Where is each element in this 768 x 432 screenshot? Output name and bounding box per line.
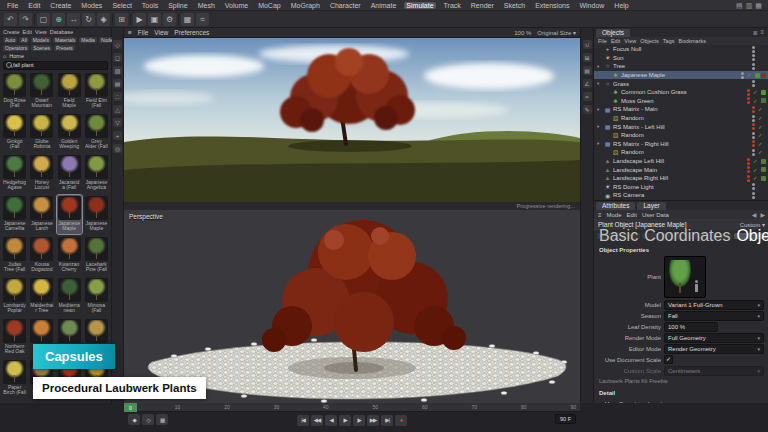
field-control[interactable]: Render Geometry ▾ [664,344,764,354]
visibility-dots[interactable] [752,115,755,122]
visibility-dots[interactable] [752,80,755,87]
visibility-dots[interactable] [752,54,755,61]
enable-checkmark[interactable]: ✓ [758,149,764,155]
menu-item[interactable]: Window [577,2,606,9]
asset-breadcrumb[interactable]: ⌂ Home [0,52,111,60]
redo-button[interactable]: ↷ [19,13,32,26]
menu-item[interactable]: Spline [166,2,189,9]
object-row[interactable]: ▾ ▦ RS Matrix - Left Hill ✓ [594,122,768,131]
menu-item[interactable]: MoGraph [289,2,322,9]
render-view-button[interactable]: ▶ [133,13,146,26]
visibility-dots[interactable] [741,72,744,79]
field-control[interactable]: Centimeters ▾ [664,366,764,376]
asset-item[interactable]: Japanese Camellia (Fall Plant) [2,195,27,234]
scale-tool[interactable]: ↔ [67,13,80,26]
asset-filter-chip[interactable]: Models [31,37,51,43]
layout-grid-icon[interactable]: ▦ [755,2,762,10]
asset-item[interactable]: Judas Tree (Fall Plant) [2,236,27,275]
edge-mode-icon[interactable]: △ [113,105,122,114]
enable-checkmark[interactable]: ✓ [758,132,764,138]
object-row[interactable]: ☀ Sun ✓ [594,54,768,63]
asset-browser-menu-item[interactable]: Create [3,29,20,35]
rotate-tool[interactable]: ↻ [82,13,95,26]
mode-menu-item[interactable]: Mode [607,212,622,218]
menu-item[interactable]: Track [442,2,463,9]
expand-arrow-icon[interactable]: ▾ [597,124,602,129]
visibility-dots[interactable] [752,192,755,199]
end-frame-field[interactable]: 90 F [555,414,576,424]
previous-key-button[interactable]: ◀◀ [311,415,323,426]
object-row[interactable]: ▾ ▦ RS Matrix - Right Hill ✓ [594,140,768,149]
asset-item[interactable]: Japanese Angelica Tree (Fall Plant) [84,154,109,193]
visibility-dots[interactable] [752,132,755,139]
viewport-solo-icon[interactable]: ◎ [113,144,122,153]
last-used-tool[interactable]: ◈ [97,13,110,26]
render-preview[interactable] [124,38,580,202]
undo-button[interactable]: ↶ [4,13,17,26]
object-row[interactable]: ▾ ○ Tree ✓ [594,62,768,71]
asset-item[interactable]: Hedgehog Agave (Fall Plant) [2,154,27,193]
field-control[interactable]: Full Geometry ▾ [664,333,764,343]
asset-filter-chip[interactable]: All [19,37,29,43]
asset-item[interactable]: Globe Robinia (Fall Plant) [29,113,54,152]
menu-item[interactable]: Volume [223,2,250,9]
enable-checkmark[interactable]: ✓ [758,115,764,121]
objects-menu-item[interactable]: Objects [640,38,659,44]
zoom-level[interactable]: 100 % [514,30,531,36]
attribute-tab[interactable]: Basic [597,233,640,239]
separator[interactable] [34,14,35,25]
object-row[interactable]: ⚄ Random ✓ [594,148,768,157]
object-row[interactable]: ♣ Japanese Maple ✓ [594,71,768,80]
render-view-menu-item[interactable]: File [138,29,148,36]
object-row[interactable]: ⚄ Random ✓ [594,114,768,123]
polygon-mode-icon[interactable]: ▽ [113,118,122,127]
visibility-dots[interactable] [752,46,755,53]
panel-menu-icon[interactable]: ≡ [128,29,132,36]
dynamic-guides-icon[interactable]: ∠ [583,79,592,88]
asset-item[interactable]: Japanese Maple 'Dissectum' (Fall Plant) [84,195,109,234]
menu-item[interactable]: Render [469,2,496,9]
field-control[interactable]: 100 % ▾ [664,322,718,332]
asset-filter-chip[interactable]: Operators [3,45,29,51]
enable-checkmark[interactable]: ✓ [753,98,759,104]
layout-split-icon[interactable]: ▥ [746,2,753,10]
history-forward-icon[interactable]: ▶ [760,211,765,218]
menu-item[interactable]: Select [110,2,133,9]
simulation-settings-button[interactable]: ≈ [196,13,209,26]
enable-checkmark[interactable]: ✓ [753,89,759,95]
visibility-dots[interactable] [747,89,750,96]
quantize-icon[interactable]: ⊞ [583,53,592,62]
texture-mode-icon[interactable]: ▨ [113,66,122,75]
attribute-tab[interactable]: Object [734,233,768,239]
object-row[interactable]: ▾ ▦ RS Matrix - Main ✓ [594,105,768,114]
enable-checkmark[interactable]: ✓ [753,167,759,173]
asset-item[interactable]: Kwanzan Cherry (Fall Plant) [57,236,82,275]
separator[interactable] [130,14,131,25]
visibility-dots[interactable] [752,63,755,70]
expand-arrow-icon[interactable]: ▾ [597,64,602,69]
enable-checkmark[interactable]: ✓ [758,141,764,147]
asset-item[interactable]: Japanese Maple (Fall Plant) [57,195,82,234]
menu-item[interactable]: Modes [79,2,104,9]
make-editable-icon[interactable]: ◇ [113,40,122,49]
object-row[interactable]: ▲ Landscape Main ✓ [594,165,768,174]
asset-browser-menu-item[interactable]: Edit [23,29,32,35]
visibility-dots[interactable] [752,149,755,156]
checkbox[interactable] [664,355,673,364]
enable-checkmark[interactable]: ✓ [758,124,764,130]
render-view-menu-item[interactable]: Preferences [174,29,209,36]
asset-item[interactable]: Jacaranda (Fall Plant) [57,154,82,193]
model-mode-icon[interactable]: ◻ [113,53,122,62]
object-row[interactable]: ▲ Landscape Left Hill ✓ [594,157,768,166]
expand-arrow-icon[interactable]: ▾ [597,141,602,146]
attributes-tab[interactable]: Attributes [596,202,635,210]
asset-filter-chip[interactable]: Materials [53,37,77,43]
play-button[interactable]: ▶ [339,415,351,426]
object-tags[interactable] [761,167,766,172]
viewport-camera-label[interactable]: Perspective [129,213,163,220]
current-frame-marker[interactable]: 0 [124,403,137,412]
separator[interactable] [178,14,179,25]
asset-item[interactable]: Dwarf Mountain Pine (Fall Plant) [29,72,54,111]
point-mode-icon[interactable]: ∴ [113,92,122,101]
asset-item[interactable]: Paper Birch (Fall Plant) [2,359,27,398]
